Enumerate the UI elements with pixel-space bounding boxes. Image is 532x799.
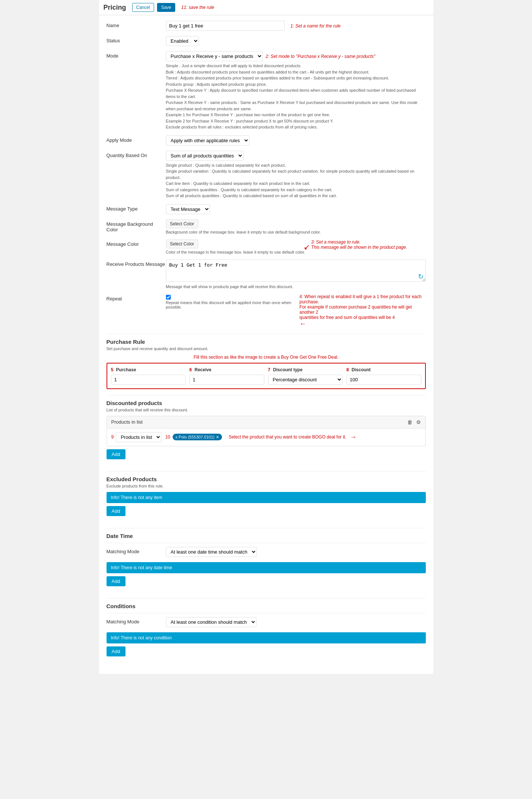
msg-color-button[interactable]: Select Color (166, 239, 198, 248)
apply-mode-row: Apply Mode Apply with other applicable r… (107, 136, 426, 146)
name-input[interactable] (166, 21, 285, 31)
receive-msg-hint: Message that will show in products page … (166, 284, 426, 289)
mode-desc-3: Products group : Adjusts specified produ… (166, 81, 426, 88)
discount-type-num: 7 (268, 367, 271, 372)
purchase-col-label: Purchase (116, 367, 136, 372)
conditions-add-button[interactable]: Add (107, 646, 125, 656)
qty-desc-2: Cart line item : Quantity is calculated … (166, 180, 426, 187)
purchase-rule-annotation: Fill this section as like the image to c… (107, 355, 426, 360)
trash-icon[interactable]: 🗑 (407, 419, 412, 425)
mode-desc-0: Simple : Just a simple discount that wil… (166, 63, 426, 69)
qty-desc-3: Sum of categories quantities : Quantity … (166, 187, 426, 193)
conditions-matching-label: Matching Mode (107, 617, 166, 624)
purchase-col-header: 5 Purchase (111, 367, 186, 372)
save-button[interactable]: Save (157, 3, 175, 12)
repeat-row: Repeat Repeat means that this discount w… (107, 294, 426, 328)
products-filter-select[interactable]: Products in list (116, 432, 161, 442)
receive-products-msg-field: Buy 1 Get 1 for Free ↻ Message that will… (166, 260, 426, 289)
name-row: Name 1: Set a name for the rule (107, 21, 426, 31)
quantity-descriptions: Single product : Quantity is calculated … (166, 162, 426, 199)
discount-type-select[interactable]: Percentage discount Fixed discount (268, 375, 343, 385)
mode-desc-2: Tiered : Adjusts discounted products pri… (166, 75, 426, 81)
main-content: Name 1: Set a name for the rule Status E… (99, 15, 433, 674)
msg-bg-color-row: Message Background Color Select Color Ba… (107, 219, 426, 234)
cancel-button[interactable]: Cancel (132, 3, 154, 12)
datetime-divider (107, 543, 426, 543)
msg-color-label: Message Color (107, 239, 166, 247)
repeat-label: Repeat (107, 294, 166, 301)
msg-color-hint: Color of the message in the message box.… (166, 250, 305, 254)
mode-select[interactable]: Purchase x Receive y - same products Sim… (166, 51, 263, 61)
mode-descriptions: Simple : Just a simple discount that wil… (166, 63, 426, 130)
conditions-matching-field: At least one condition should match (166, 617, 426, 627)
pricing-header: Pricing Cancel Save 11: save the rule (99, 0, 433, 15)
status-label: Status (107, 36, 166, 43)
msg-bg-color-button[interactable]: Select Color (166, 219, 198, 228)
message-type-row: Message Type Text Message (107, 204, 426, 214)
receive-col: 6 Receive (189, 367, 264, 385)
purchase-rule-box: 5 Purchase 6 Receive 7 Discount type (107, 363, 426, 389)
products-in-list-box: Products in list 🗑 ⚙ 9 Products in list (107, 416, 426, 446)
name-annotation: 1: Set a name for the rule (290, 23, 340, 29)
products-in-list-header-label: Products in list (111, 419, 143, 425)
mode-desc-4: Purchase X Receive Y : Apply discount to… (166, 87, 426, 100)
discounted-products-title: Discounted products (107, 395, 426, 406)
receive-col-label: Receive (195, 367, 211, 372)
product-tag-text: x Polo (555307.0101) (176, 435, 215, 439)
msg-bg-color-hint: Background color of the message box. lea… (166, 230, 426, 234)
excluded-add-button[interactable]: Add (107, 506, 125, 516)
arrow-icon: ↙ (304, 242, 310, 251)
purchase-input[interactable] (111, 375, 186, 385)
name-field: 1: Set a name for the rule (166, 21, 426, 31)
product-remove-icon[interactable]: × (216, 434, 219, 440)
excluded-products-title: Excluded Products (107, 471, 426, 482)
discounted-add-button[interactable]: Add (107, 449, 125, 459)
quantity-based-row: Quantity Based On Sum of all products qu… (107, 151, 426, 199)
mode-row: Mode Purchase x Receive y - same product… (107, 51, 426, 130)
discount-type-col-label: Discount type (273, 367, 303, 372)
receive-input[interactable] (189, 375, 264, 385)
datetime-matching-field: At least one date time should match (166, 547, 426, 557)
repeat-checkbox[interactable] (166, 295, 171, 300)
status-select[interactable]: Enabled Disabled (166, 36, 199, 46)
discount-input[interactable] (346, 375, 421, 385)
msg-color-row: Message Color Select Color Color of the … (107, 239, 426, 254)
datetime-info-box: Info! There is not any date time (107, 562, 426, 573)
conditions-title: Conditions (107, 598, 426, 609)
receive-products-msg-label: Receive Products Message (107, 260, 166, 267)
mode-annotation: 2: Set mode to "Purchase x Receive y - s… (266, 54, 375, 59)
purchase-rule-grid: 5 Purchase 6 Receive 7 Discount type (111, 367, 421, 385)
mode-desc-5: Purchase X Receive Y - same products : S… (166, 100, 426, 112)
purchase-col: 5 Purchase (111, 367, 186, 385)
msg-bg-color-label: Message Background Color (107, 219, 166, 232)
product-annotation: Select the product that you want to crea… (229, 434, 346, 440)
num10-badge: 10 (165, 434, 170, 440)
product-arrow: → (350, 433, 357, 441)
status-row: Status Enabled Disabled (107, 36, 426, 46)
products-in-list-header: Products in list 🗑 ⚙ (107, 416, 425, 428)
textarea-wrapper: Buy 1 Get 1 for Free ↻ (166, 260, 426, 283)
datetime-matching-select[interactable]: At least one date time should match (166, 547, 257, 557)
product-pill: x Polo (555307.0101) × (173, 434, 222, 440)
repeat-field: Repeat means that this discount will be … (166, 294, 426, 328)
receive-products-msg-row: Receive Products Message Buy 1 Get 1 for… (107, 260, 426, 289)
refresh-icon[interactable]: ↻ (418, 273, 424, 281)
datetime-add-button[interactable]: Add (107, 576, 125, 586)
mode-desc-8: Exclude products from all rules : exclud… (166, 124, 426, 130)
qty-desc-0: Single product : Quantity is calculated … (166, 162, 426, 169)
quantity-based-label: Quantity Based On (107, 151, 166, 158)
qty-desc-4: Sum of all products quantities : Quantit… (166, 193, 426, 199)
gear-icon[interactable]: ⚙ (416, 419, 421, 425)
receive-products-msg-textarea[interactable]: Buy 1 Get 1 for Free (166, 260, 426, 282)
datetime-matching-mode-row: Matching Mode At least one date time sho… (107, 547, 426, 557)
num9-badge: 9 (111, 434, 114, 440)
datetime-title: Date Time (107, 528, 426, 539)
conditions-matching-select[interactable]: At least one condition should match (166, 617, 257, 627)
receive-num: 6 (189, 367, 192, 372)
discount-type-col: 7 Discount type Percentage discount Fixe… (268, 367, 343, 385)
quantity-based-select[interactable]: Sum of all products quantities Single pr… (166, 151, 244, 161)
purchase-rule-title: Purchase Rule (107, 334, 426, 345)
apply-mode-select[interactable]: Apply with other applicable rules (166, 136, 249, 146)
mode-desc-6: Example 1 for Purchase X Receive Y : pur… (166, 112, 426, 118)
message-type-select[interactable]: Text Message (166, 204, 210, 214)
